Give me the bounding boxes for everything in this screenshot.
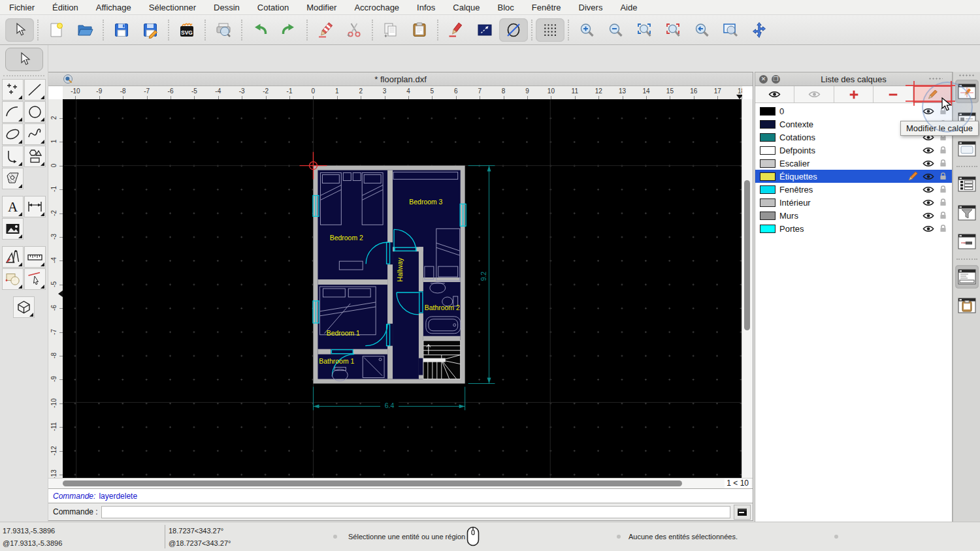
horizontal-scrollbar-thumb[interactable] [63,480,682,486]
layer-visibility-eye-icon[interactable] [923,185,934,195]
layer-visibility-eye-icon[interactable] [923,159,934,168]
undo-button[interactable] [246,18,274,42]
draft-mode-button[interactable] [499,18,528,42]
command-history: Commande: layerdelete [48,488,753,503]
polyline-tool-button[interactable] [2,146,24,167]
layer-row-escalier[interactable]: Escalier [755,157,952,170]
open-file-button[interactable] [71,18,99,42]
select-entity-tool-button[interactable] [24,268,46,290]
layer-visibility-eye-icon[interactable] [923,211,934,221]
layer-row-portes[interactable]: Portes [755,222,952,235]
save-button[interactable] [107,18,136,42]
select-window-button[interactable] [470,18,499,42]
clipboard-dock-dock-button[interactable] [955,294,979,317]
layer-visibility-eye-icon[interactable] [923,198,934,208]
points-tool-button[interactable] [2,79,24,101]
menu-modifier[interactable]: Modifier [306,3,336,12]
select-cursor-button[interactable] [5,18,34,42]
arc-tool-button[interactable] [2,101,24,123]
menu-aide[interactable]: Aide [620,3,637,12]
filter-dock-button[interactable] [955,201,979,225]
layer-visibility-eye-icon[interactable] [923,146,934,155]
menu-infos[interactable]: Infos [417,3,435,12]
grid-toggle-button[interactable] [536,18,564,42]
zoom-pan-button[interactable] [745,18,774,42]
redo-button[interactable] [274,18,303,42]
menu-bloc[interactable]: Bloc [497,3,514,12]
layer-row-interieur[interactable]: Intérieur [755,196,952,209]
drawing-canvas[interactable]: Bedroom 2 Bedroom 3 Bedroom 1 Bathroom 1… [63,99,742,479]
circle-tool-button[interactable] [24,101,46,123]
command-options-button[interactable] [734,505,751,520]
eraser-pen-button[interactable] [311,18,340,42]
pen-palette-dock-button[interactable] [955,230,979,253]
dimension-tool-button[interactable] [24,196,46,217]
vertical-scrollbar-thumb[interactable] [744,180,750,330]
hide-all-eye-button[interactable] [794,86,834,102]
h-ruler-label: 4 [406,87,410,95]
hatch-tool-button[interactable] [2,168,24,189]
entity-list-dock-button[interactable] [955,172,979,196]
layer-row-murs[interactable]: Murs [755,209,952,222]
zoom-redraw-button[interactable] [659,18,687,42]
line-tool-button[interactable] [24,79,46,101]
misc-tools-icon [4,248,22,266]
layer-row-fenetres[interactable]: Fenêtres [755,183,952,196]
zoom-out-button[interactable] [601,18,630,42]
layer-lock-icon[interactable] [938,159,947,168]
layer-row-defpoints[interactable]: Defpoints [755,144,952,157]
svg-export-button[interactable]: SVG [172,18,201,42]
menu-fichier[interactable]: Fichier [9,3,35,12]
select-tool-button[interactable] [5,48,43,71]
command-dock-dock-button[interactable] [955,265,979,289]
menu-fenetre[interactable]: Fenêtre [532,3,561,12]
layer-row-etiquettes[interactable]: Étiquettes [755,170,952,183]
zoom-previous-button[interactable] [687,18,716,42]
paste-button[interactable] [405,18,434,42]
zoom-window-button[interactable] [716,18,745,42]
layer-visibility-eye-icon[interactable] [923,172,934,181]
measure-tool-button[interactable] [24,246,46,268]
layer-lock-icon[interactable] [938,185,947,194]
image-tool-button[interactable] [2,218,24,240]
layer-lock-icon[interactable] [938,211,947,220]
menu-dessin[interactable]: Dessin [214,3,240,12]
save-as-button[interactable] [136,18,165,42]
zoom-auto-button[interactable] [630,18,659,42]
text-tool-button[interactable]: A [2,196,24,217]
layer-visibility-eye-icon[interactable] [923,224,934,234]
solid-tool-button[interactable] [13,296,35,318]
dock-drag-handle[interactable] [958,74,975,78]
image-icon [4,220,22,238]
horizontal-scrollbar[interactable]: 1 < 10 [48,478,753,489]
ellipse-tool-button[interactable] [2,123,24,145]
menu-selectionner[interactable]: Sélectionner [149,3,196,12]
menu-divers[interactable]: Divers [579,3,603,12]
layer-lock-icon[interactable] [938,146,947,155]
menu-cotation[interactable]: Cotation [257,3,289,12]
menu-affichage[interactable]: Affichage [96,3,131,12]
show-all-eye-button[interactable] [755,86,794,102]
layer-lock-icon[interactable] [938,172,947,181]
cut-button[interactable] [340,18,368,42]
drawing-window-titlebar[interactable]: * floorplan.dxf [48,72,753,86]
panel-drag-handle[interactable] [928,77,943,81]
command-input[interactable] [101,506,730,518]
polygon-tool-button[interactable] [24,146,46,167]
menu-edition[interactable]: Édition [52,3,78,12]
copy-button[interactable] [376,18,405,42]
print-preview-button[interactable] [209,18,238,42]
zoom-in-button[interactable] [572,18,601,42]
add-layer-button[interactable] [834,86,874,102]
menu-calque[interactable]: Calque [453,3,480,12]
misc-tools-tool-button[interactable] [2,246,24,268]
layer-lock-icon[interactable] [938,224,947,233]
menu-accrochage[interactable]: Accrochage [354,3,399,12]
layer-lock-icon[interactable] [938,198,947,207]
library-dock-button[interactable] [955,137,979,161]
spline-tool-button[interactable] [24,123,46,145]
modify-tool-button[interactable] [2,268,24,290]
edit-pen-button[interactable] [442,18,470,42]
vertical-scrollbar[interactable] [742,99,753,479]
new-file-button[interactable] [42,18,71,42]
